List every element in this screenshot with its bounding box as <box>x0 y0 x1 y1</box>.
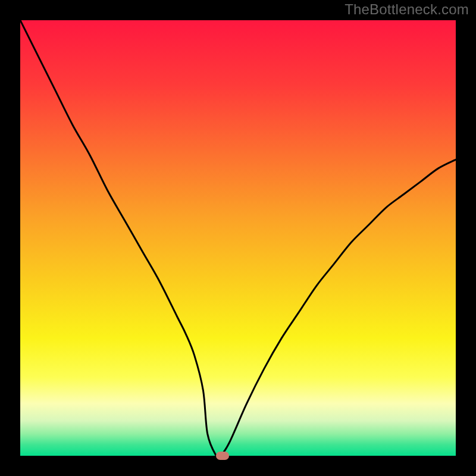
optimal-point-marker <box>216 452 229 460</box>
gradient-background <box>20 20 456 456</box>
chart-frame: TheBottleneck.com <box>0 0 476 476</box>
plot-area <box>20 20 456 456</box>
chart-svg <box>20 20 456 456</box>
watermark-text: TheBottleneck.com <box>345 1 469 18</box>
